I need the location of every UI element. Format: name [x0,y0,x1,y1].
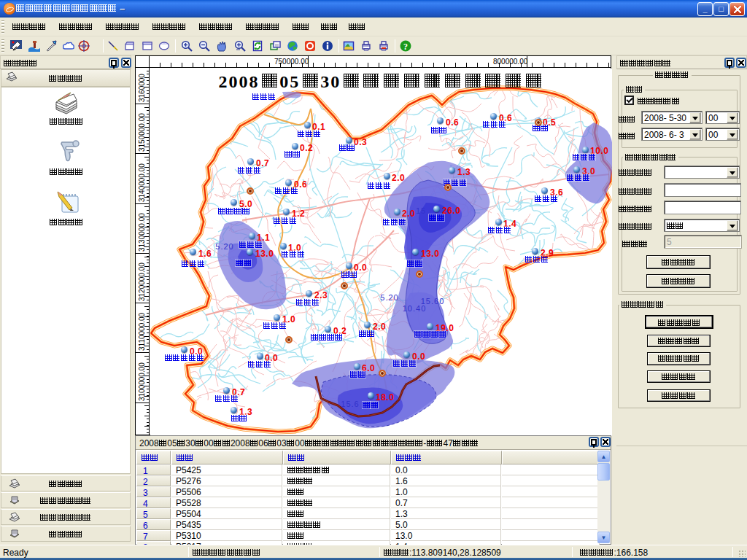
svg-text:?: ? [403,42,408,52]
